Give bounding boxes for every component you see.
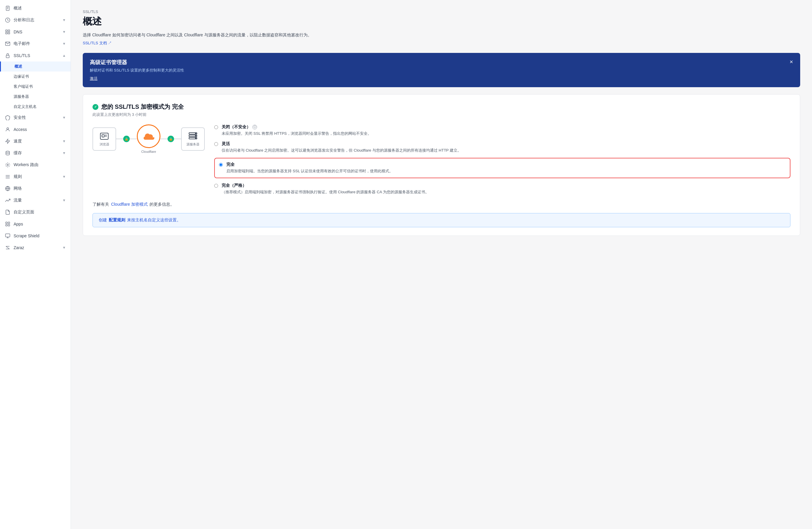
- sidebar-item-workers[interactable]: Workers 路由: [0, 159, 71, 171]
- ssl-mode-card: 您的 SSL/TLS 加密模式为 完全 此设置上次更改时间为 3 小时前 浏览器: [83, 94, 800, 236]
- sidebar-item-rules[interactable]: 规则 ▼: [0, 171, 71, 183]
- workers-icon: [5, 162, 11, 168]
- sidebar-item-analytics[interactable]: 分析和日志 ▼: [0, 14, 71, 26]
- sidebar-item-label: 安全性: [14, 115, 26, 120]
- chevron-down-icon: ▼: [62, 139, 66, 143]
- sidebar-item-scrape-shield[interactable]: Scrape Shield: [0, 230, 71, 242]
- line-segment: [116, 139, 123, 139]
- sidebar-item-custom-pages[interactable]: 自定义页面: [0, 206, 71, 218]
- chevron-up-icon: ▲: [62, 54, 66, 58]
- sidebar-item-ssl-tls[interactable]: SSL/TLS ▲: [0, 49, 71, 61]
- lock-icon: [5, 53, 11, 58]
- ssl-radio-full-strict[interactable]: [214, 184, 218, 188]
- zaraz-icon: [5, 245, 11, 251]
- banner-close-button[interactable]: ×: [789, 59, 793, 65]
- sidebar-item-dns[interactable]: DNS ▼: [0, 26, 71, 38]
- breadcrumb: SSL/TLS: [83, 10, 800, 14]
- cloudflare-circle: [137, 125, 160, 148]
- sidebar-item-cache[interactable]: 缓存 ▼: [0, 147, 71, 159]
- lock-green-icon-2: [168, 135, 174, 142]
- config-rule-link[interactable]: 配置规则: [109, 217, 125, 222]
- banner-activate-link[interactable]: 激活: [90, 76, 98, 81]
- network-icon: [5, 186, 11, 191]
- sidebar-item-label: 流量: [14, 198, 22, 203]
- ssl-option-flexible-content: 灵活 仅在访问者与 Cloudflare 之间启用加密。这可以避免浏览器发出安全…: [222, 141, 461, 153]
- sidebar-sub-item-label: 概述: [14, 64, 22, 69]
- sidebar-sub-item-edge-certs[interactable]: 边缘证书: [0, 72, 71, 82]
- svg-rect-8: [8, 32, 10, 34]
- ssl-option-full: 完全 启用加密端到端。当您的源服务器支持 SSL 认证但未使用有效的公开可信的证…: [214, 158, 791, 178]
- sidebar-item-network[interactable]: 网络: [0, 183, 71, 195]
- line-segment: [160, 139, 168, 139]
- sidebar-item-label: 分析和日志: [14, 17, 34, 23]
- diagram-row: 浏览器: [92, 125, 205, 153]
- sidebar-item-label: Access: [14, 127, 27, 132]
- info-icon-off[interactable]: ⓘ: [252, 125, 257, 129]
- ssl-mode-subtitle: 此设置上次更改时间为 3 小时前: [92, 112, 791, 117]
- ssl-option-full-strict-title: 完全（严格）: [222, 183, 429, 188]
- config-rule-banner[interactable]: 创建 配置规则 来按主机名自定义这些设置。: [92, 213, 791, 227]
- svg-point-14: [7, 164, 9, 166]
- sidebar-item-security[interactable]: 安全性 ▼: [0, 112, 71, 124]
- speed-icon: [5, 138, 11, 144]
- ssl-option-full-strict-content: 完全（严格） （推荐模式）启用端到端加密，对源服务器证书强制执行验证。使用 Cl…: [222, 183, 429, 195]
- chart-icon: [5, 17, 11, 23]
- banner-description: 解锁对证书和 SSL/TLS 设置的更多控制和更大的灵活性: [90, 68, 184, 73]
- chevron-down-icon: ▼: [62, 151, 66, 155]
- globe-icon: [5, 29, 11, 35]
- ssl-radio-off[interactable]: [214, 125, 218, 129]
- chevron-down-icon: ▼: [62, 198, 66, 202]
- chevron-down-icon: ▼: [62, 30, 66, 34]
- ssl-footer-text: 了解有关 Cloudflare 加密模式 的更多信息。: [92, 202, 174, 206]
- ssl-option-full-strict-desc: （推荐模式）启用端到端加密，对源服务器证书强制执行验证。使用 Cloudflar…: [222, 189, 429, 195]
- line-segment: [130, 139, 137, 139]
- access-icon: [5, 127, 11, 132]
- sidebar: 概述 分析和日志 ▼ DNS ▼ 电子邮件 ▼ SSL/TLS ▲ 概述: [0, 0, 71, 529]
- sidebar-sub-item-ssl-overview[interactable]: 概述: [0, 61, 71, 72]
- sidebar-item-apps[interactable]: Apps: [0, 218, 71, 230]
- ssl-mode-title: 您的 SSL/TLS 加密模式为 完全: [101, 103, 184, 111]
- sidebar-item-label: 概述: [14, 5, 22, 11]
- ssl-option-full-strict: 完全（严格） （推荐模式）启用端到端加密，对源服务器证书强制执行验证。使用 Cl…: [214, 183, 791, 195]
- sidebar-item-label: 自定义页面: [14, 210, 34, 215]
- svg-point-37: [195, 133, 196, 134]
- document-icon: [5, 5, 11, 11]
- sidebar-item-access[interactable]: Access: [0, 124, 71, 135]
- sidebar-item-speed[interactable]: 速度 ▼: [0, 135, 71, 147]
- lock-green-icon: [123, 135, 130, 142]
- sidebar-sub-item-client-certs[interactable]: 客户端证书: [0, 82, 71, 91]
- traffic-icon: [5, 197, 11, 203]
- sidebar-sub-item-custom-hostname[interactable]: 自定义主机名: [0, 102, 71, 112]
- svg-rect-23: [8, 225, 10, 226]
- sidebar-item-email[interactable]: 电子邮件 ▼: [0, 38, 71, 49]
- sidebar-item-label: 缓存: [14, 151, 22, 156]
- banner-title: 高级证书管理器: [90, 59, 184, 66]
- page-description: 选择 Cloudflare 如何加密访问者与 Cloudflare 之间以及 C…: [83, 32, 800, 38]
- ssl-mode-header: 您的 SSL/TLS 加密模式为 完全: [92, 103, 791, 111]
- sidebar-item-traffic[interactable]: 流量 ▼: [0, 195, 71, 206]
- rules-icon: [5, 174, 11, 180]
- sidebar-sub-item-origin-server[interactable]: 源服务器: [0, 91, 71, 102]
- svg-point-13: [6, 151, 10, 153]
- sidebar-item-label: 电子邮件: [14, 41, 30, 46]
- ssl-radio-full[interactable]: [219, 163, 223, 167]
- status-indicator: [92, 104, 98, 110]
- custom-pages-icon: [5, 209, 11, 215]
- ssl-footer: 了解有关 Cloudflare 加密模式 的更多信息。: [92, 202, 791, 207]
- ssl-radio-flexible[interactable]: [214, 142, 218, 146]
- svg-line-29: [6, 246, 10, 249]
- encryption-mode-link[interactable]: Cloudflare 加密模式: [111, 202, 148, 206]
- sidebar-item-label: 速度: [14, 139, 22, 144]
- doc-link[interactable]: SSL/TLS 文档 ↗: [83, 41, 112, 46]
- ssl-diagram: 浏览器: [92, 125, 205, 153]
- browser-box: 浏览器: [92, 127, 116, 151]
- sidebar-item-label: 网络: [14, 186, 22, 191]
- email-icon: [5, 41, 11, 47]
- svg-point-38: [195, 135, 196, 136]
- sidebar-item-zaraz[interactable]: Zaraz ▼: [0, 242, 71, 254]
- svg-rect-7: [5, 32, 7, 34]
- svg-rect-22: [5, 225, 7, 226]
- sidebar-item-label: Scrape Shield: [14, 233, 39, 238]
- sidebar-item-overview[interactable]: 概述: [0, 2, 71, 14]
- ssl-option-off-title: 关闭（不安全） ⓘ: [222, 125, 372, 130]
